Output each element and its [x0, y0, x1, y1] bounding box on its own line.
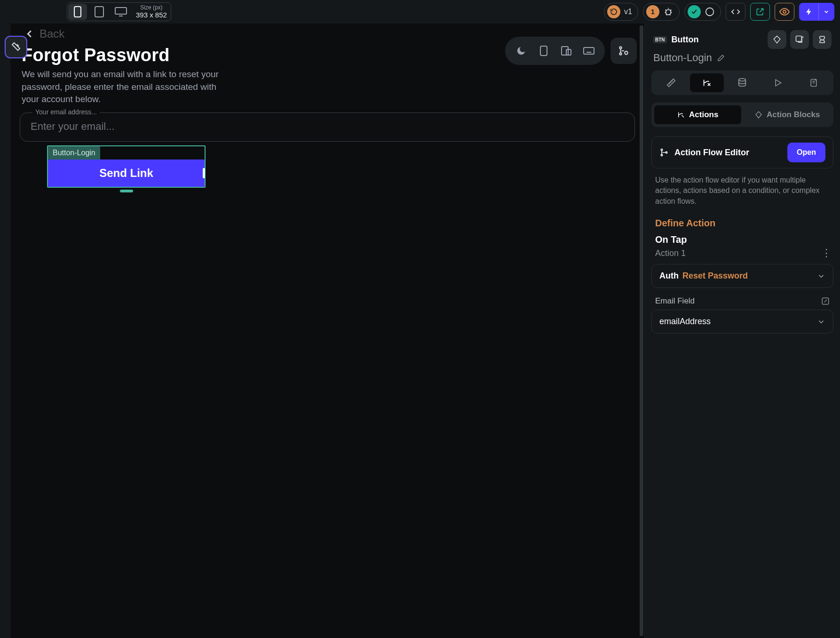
device-phone-button[interactable] — [68, 4, 87, 20]
svg-rect-9 — [584, 48, 594, 54]
refresh-icon — [610, 8, 618, 16]
chevron-down-icon — [817, 272, 825, 280]
code-icon — [730, 7, 741, 17]
svg-point-16 — [661, 149, 662, 151]
tab-data[interactable] — [726, 73, 760, 92]
preview-button[interactable] — [775, 3, 794, 21]
resize-handle-bottom[interactable] — [120, 190, 133, 192]
svg-rect-13 — [796, 36, 802, 42]
status-pill[interactable] — [684, 3, 721, 21]
actions-subtabs: Actions Action Blocks — [651, 103, 833, 127]
subtab-actions[interactable]: Actions — [654, 105, 741, 124]
svg-point-5 — [783, 10, 786, 13]
check-icon — [690, 8, 698, 16]
svg-rect-6 — [540, 46, 547, 56]
resize-handle-right[interactable] — [203, 168, 205, 178]
action-1-label: Action 1 — [655, 248, 686, 258]
selection-tag[interactable]: Button-Login — [48, 146, 100, 160]
canvas-tool-pill — [505, 37, 605, 65]
svg-point-18 — [666, 152, 667, 153]
warning-count-badge: 1 — [646, 5, 659, 18]
device-tablet-button[interactable] — [90, 4, 109, 20]
email-field-label: Your email address... — [32, 108, 100, 116]
selection-outline: Button-Login Send Link — [47, 145, 206, 188]
tab-docs[interactable] — [797, 73, 831, 92]
ruler-icon — [666, 78, 676, 88]
left-gutter — [0, 24, 10, 638]
tool-connections-button[interactable] — [610, 38, 637, 64]
svg-point-12 — [625, 51, 628, 55]
chevron-down-icon — [817, 318, 825, 326]
run-button[interactable] — [799, 3, 819, 21]
branch-icon — [659, 148, 669, 157]
diamond-icon — [772, 35, 782, 44]
diamond-icon — [754, 111, 763, 119]
email-field-edit-button[interactable] — [821, 297, 830, 305]
bolt-icon — [805, 7, 813, 17]
widget-quick-action[interactable] — [5, 36, 27, 58]
send-link-button[interactable]: Send Link — [48, 160, 205, 187]
widget-type-label: Button — [672, 35, 699, 45]
tool-keyboard-button[interactable] — [578, 40, 599, 61]
subtab-action-blocks[interactable]: Action Blocks — [744, 105, 831, 124]
send-link-button-label: Send Link — [99, 167, 153, 180]
props-tabstrip — [651, 71, 833, 95]
action-cursor-icon — [677, 111, 685, 119]
svg-point-10 — [619, 47, 621, 48]
version-pill[interactable]: v1 — [604, 3, 638, 21]
eye-icon — [779, 6, 790, 17]
node-gear-icon — [618, 45, 630, 57]
chevron-down-icon — [823, 8, 830, 15]
svg-rect-7 — [562, 47, 568, 55]
document-plus-icon — [809, 78, 818, 88]
open-flow-editor-button[interactable]: Open — [787, 143, 825, 162]
widget-name: Button-Login — [653, 52, 712, 64]
email-field-select[interactable]: emailAddress — [651, 310, 833, 334]
size-label: Size (px) — [140, 4, 162, 11]
action-type-auth: Auth — [659, 271, 679, 281]
devices-icon — [561, 46, 572, 56]
phone-icon — [539, 45, 548, 56]
open-external-button[interactable] — [750, 3, 770, 21]
device-desktop-button[interactable] — [111, 4, 130, 20]
properties-panel: BTN Button Button-Login — [644, 24, 840, 638]
code-button[interactable] — [726, 3, 745, 21]
page-description: We will send you an email with a link to… — [20, 68, 236, 106]
canvas-scrollbar[interactable] — [640, 25, 643, 636]
email-field-value: emailAddress — [659, 317, 711, 327]
svg-rect-2 — [115, 8, 127, 14]
tab-animations[interactable] — [761, 73, 795, 92]
svg-point-3 — [666, 9, 671, 15]
top-toolbar: Size (px) 393 x 852 v1 1 — [0, 0, 840, 24]
tool-multidevice-button[interactable] — [556, 40, 577, 61]
svg-rect-0 — [74, 7, 81, 17]
flow-editor-title: Action Flow Editor — [674, 148, 749, 158]
warnings-pill[interactable]: 1 — [643, 3, 680, 21]
action-type-select[interactable]: Auth Reset Password — [651, 264, 833, 288]
widget-type-chip: BTN — [653, 36, 667, 43]
flow-icon — [817, 35, 827, 44]
svg-point-11 — [619, 53, 621, 55]
run-menu-button[interactable] — [818, 3, 834, 21]
back-label: Back — [40, 27, 64, 40]
bug-icon — [663, 7, 674, 17]
moon-icon — [516, 46, 526, 56]
tool-phone-button[interactable] — [533, 40, 554, 61]
dark-mode-toggle[interactable] — [511, 40, 531, 61]
tab-actions[interactable] — [690, 73, 724, 92]
edit-square-icon — [821, 297, 830, 305]
keyboard-icon — [583, 47, 595, 55]
email-field-wrap[interactable]: Your email address... Enter your email..… — [20, 112, 635, 142]
svg-point-14 — [739, 79, 746, 81]
props-addcomponent-button[interactable] — [790, 30, 809, 49]
action-1-menu[interactable]: ⋮ — [821, 247, 832, 259]
device-preview-group: Size (px) 393 x 852 — [67, 2, 171, 21]
flow-editor-block: Action Flow Editor Open — [651, 136, 833, 168]
tab-layout[interactable] — [654, 73, 688, 92]
chat-icon — [705, 7, 715, 17]
design-tool-icon — [10, 41, 22, 53]
edit-name-button[interactable] — [717, 54, 725, 62]
external-link-icon — [755, 7, 765, 16]
props-flow-button[interactable] — [813, 30, 832, 49]
props-diamond-button[interactable] — [768, 30, 786, 49]
